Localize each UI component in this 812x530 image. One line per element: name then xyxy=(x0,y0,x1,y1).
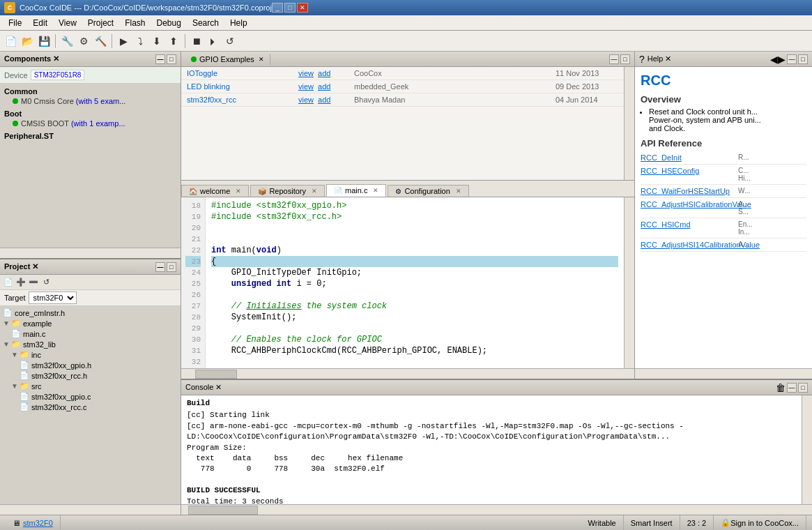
help-RCC-AdjustHSI[interactable]: RCC_AdjustHSICalibrationValue xyxy=(641,200,738,209)
close-welcome-icon[interactable]: ✕ xyxy=(236,188,241,195)
menu-edit[interactable]: Edit xyxy=(27,17,53,29)
help-back-button[interactable]: ◀ xyxy=(770,54,778,65)
step-over-button[interactable]: ⤵ xyxy=(132,33,148,49)
device-name[interactable]: STM32F051R8 xyxy=(31,70,85,80)
help-forward-button[interactable]: ▶ xyxy=(778,54,786,65)
close-button[interactable]: ✕ xyxy=(297,3,308,13)
console-minimize[interactable]: — xyxy=(787,383,797,393)
menu-flash[interactable]: Flash xyxy=(119,17,151,29)
help-RCC-WaitForHSE[interactable]: RCC_WaitForHSEStartUp xyxy=(641,187,738,195)
open-button[interactable]: 📂 xyxy=(20,33,35,49)
stop-button[interactable]: ⏹ xyxy=(189,33,204,49)
code-editor[interactable]: 18192021 2223 242526 272829 303132 33343… xyxy=(181,197,624,368)
run-button[interactable]: ⏵ xyxy=(206,33,221,49)
save-button[interactable]: 💾 xyxy=(36,33,52,49)
project-hscroll[interactable] xyxy=(0,504,181,515)
gpio-minimize[interactable]: — xyxy=(609,54,619,64)
console-maximize[interactable]: □ xyxy=(798,383,808,393)
project-refresh[interactable]: ↺ xyxy=(40,277,52,288)
gpio-row-0[interactable]: IOToggle view add CooCox 11 Nov 2013 xyxy=(181,67,624,80)
close-repo-icon[interactable]: ✕ xyxy=(312,188,317,195)
gpio-tab-close[interactable]: ✕ xyxy=(259,56,264,63)
components-maximize[interactable]: □ xyxy=(167,54,176,64)
project-remove[interactable]: ➖ xyxy=(28,277,39,288)
minimize-button[interactable]: _ xyxy=(272,3,283,13)
help-RCC-HSICmd[interactable]: RCC_HSICmd xyxy=(641,220,738,229)
help-RCC-AdjustHSI14[interactable]: RCC_AdjustHSI14CalibrationValue xyxy=(641,241,738,249)
menu-file[interactable]: File xyxy=(3,17,27,29)
menu-help[interactable]: Help xyxy=(224,17,253,29)
editor-hscroll[interactable] xyxy=(181,368,634,379)
project-new[interactable]: 📄 xyxy=(3,277,14,288)
ptree-item-src[interactable]: ▼ 📁 src xyxy=(0,381,181,391)
config-button[interactable]: ⚙ xyxy=(76,33,91,49)
target-select[interactable]: stm32F0 xyxy=(29,292,77,304)
hscroll-thumb[interactable] xyxy=(195,370,237,379)
tree-item-m0[interactable]: M0 Cmsis Core (with 5 exam... xyxy=(4,96,176,106)
console-hscroll[interactable] xyxy=(181,504,812,515)
ptree-item-stm32lib[interactable]: ▼ 📁 stm32_lib xyxy=(0,339,181,349)
console-clear-button[interactable]: 🗑 xyxy=(776,382,786,393)
tree-item-cmsis-boot[interactable]: CMSIS BOOT (with 1 examp... xyxy=(4,119,176,128)
status-signin-item[interactable]: 🔒 Sign in to CooCox... xyxy=(714,515,806,530)
maximize-button[interactable]: □ xyxy=(284,3,296,13)
help-RCC-DeInit[interactable]: RCC_DeInit xyxy=(641,153,738,162)
help-hscroll[interactable] xyxy=(635,368,812,379)
gpio-name-0[interactable]: IOToggle xyxy=(187,69,298,77)
gpio-add-0[interactable]: add xyxy=(318,69,330,77)
status-project-link[interactable]: stm32F0 xyxy=(23,519,53,527)
ptree-item-gpio-h[interactable]: 📄 stm32f0xx_gpio.h xyxy=(0,360,181,370)
help-RCC-HSEConfig[interactable]: RCC_HSEConfig xyxy=(641,167,738,175)
ptree-item-gpio-c[interactable]: 📄 stm32f0xx_gpio.c xyxy=(0,391,181,402)
gpio-add-2[interactable]: add xyxy=(318,96,330,104)
left-panels: Components ✕ — □ Device STM32F051R8 Comm… xyxy=(0,52,181,515)
tab-mainc[interactable]: 📄 main.c ✕ xyxy=(326,184,386,197)
debug-button[interactable]: ▶ xyxy=(116,33,131,49)
menu-view[interactable]: View xyxy=(53,17,82,29)
components-minimize[interactable]: — xyxy=(155,54,165,64)
project-add[interactable]: ➕ xyxy=(15,277,26,288)
gpio-tab[interactable]: GPIO Examples ✕ xyxy=(185,54,270,65)
console-hscroll-thumb[interactable] xyxy=(188,506,258,515)
gpio-view-1[interactable]: view xyxy=(298,82,314,91)
help-minimize[interactable]: — xyxy=(787,54,797,64)
gpio-view-2[interactable]: view xyxy=(298,96,314,104)
gpio-scrollbar[interactable] xyxy=(624,67,634,180)
gpio-maximize[interactable]: □ xyxy=(620,54,630,64)
gpio-row-1[interactable]: LED blinking view add mbedded_Geek 09 De… xyxy=(181,80,624,93)
close-config-icon[interactable]: ✕ xyxy=(456,188,461,195)
step-into-button[interactable]: ⬇ xyxy=(149,33,164,49)
gpio-add-1[interactable]: add xyxy=(318,82,330,91)
gpio-row-2[interactable]: stm32f0xx_rcc view add Bhavya Madan 04 J… xyxy=(181,93,624,107)
code-content[interactable]: #include <stm32f0xx_gpio.h> #include <st… xyxy=(206,197,624,368)
new-file-button[interactable]: 📄 xyxy=(3,33,18,49)
ptree-item-rcc-h[interactable]: 📄 stm32f0xx_rcc.h xyxy=(0,370,181,381)
console-vscroll[interactable] xyxy=(802,395,812,504)
status-signin[interactable]: Sign in to CooCox... xyxy=(730,519,799,527)
ptree-item-example[interactable]: ▼ 📁 example xyxy=(0,318,181,328)
help-maximize[interactable]: □ xyxy=(798,54,808,64)
components-hscroll[interactable] xyxy=(0,248,181,258)
tab-repository[interactable]: 📦 Repository ✕ xyxy=(250,185,325,197)
build-button[interactable]: 🔨 xyxy=(93,33,108,49)
project-maximize[interactable]: □ xyxy=(167,262,176,272)
project-minimize[interactable]: — xyxy=(155,262,165,272)
reset-button[interactable]: ↺ xyxy=(222,33,238,49)
tab-welcome[interactable]: 🏠 welcome ✕ xyxy=(181,185,249,197)
step-out-button[interactable]: ⬆ xyxy=(166,33,181,49)
ptree-item-rcc-c[interactable]: 📄 stm32f0xx_rcc.c xyxy=(0,402,181,412)
ptree-item-inc[interactable]: ▼ 📁 inc xyxy=(0,349,181,360)
menu-search[interactable]: Search xyxy=(187,17,224,29)
menu-project[interactable]: Project xyxy=(82,17,119,29)
gpio-view-0[interactable]: view xyxy=(298,69,314,77)
gpio-name-1[interactable]: LED blinking xyxy=(187,82,298,91)
ptree-item-core[interactable]: 📄 core_cmInstr.h xyxy=(0,308,181,318)
add-component-button[interactable]: 🔧 xyxy=(59,33,75,49)
menu-debug[interactable]: Debug xyxy=(151,17,187,29)
tab-config[interactable]: ⚙ Configuration ✕ xyxy=(388,185,468,197)
editor-vscroll[interactable] xyxy=(624,197,634,368)
ptree-item-mainc[interactable]: 📄 main.c xyxy=(0,328,181,339)
gpio-name-2[interactable]: stm32f0xx_rcc xyxy=(187,96,298,104)
close-mainc-icon[interactable]: ✕ xyxy=(373,187,378,194)
welcome-icon: 🏠 xyxy=(189,188,197,195)
